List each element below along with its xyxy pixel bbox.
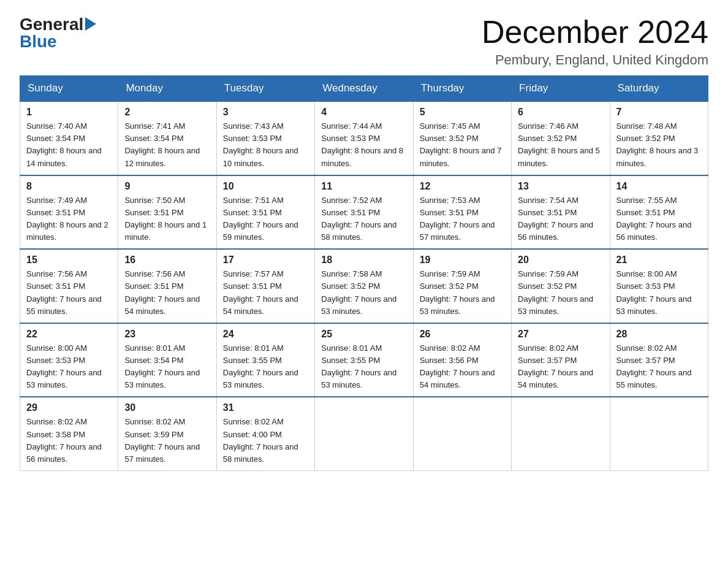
calendar-day-23: 23Sunrise: 8:01 AMSunset: 3:54 PMDayligh… [118,323,216,397]
calendar-day-8: 8Sunrise: 7:49 AMSunset: 3:51 PMDaylight… [20,175,118,250]
day-info: Sunrise: 7:55 AMSunset: 3:51 PMDaylight:… [616,194,702,244]
day-number: 24 [223,329,308,340]
calendar-day-26: 26Sunrise: 8:02 AMSunset: 3:56 PMDayligh… [413,323,511,397]
col-tuesday: Tuesday [216,76,314,102]
day-number: 1 [26,107,112,118]
calendar-day-31: 31Sunrise: 8:02 AMSunset: 4:00 PMDayligh… [216,397,314,470]
calendar-day-5: 5Sunrise: 7:45 AMSunset: 3:52 PMDaylight… [413,101,511,175]
logo-blue-text: Blue [20,32,57,52]
day-info: Sunrise: 7:57 AMSunset: 3:51 PMDaylight:… [223,268,308,318]
day-number: 31 [223,402,308,413]
calendar-empty-cell [413,397,511,470]
day-number: 6 [518,107,603,118]
day-info: Sunrise: 8:01 AMSunset: 3:55 PMDaylight:… [223,342,308,392]
day-number: 26 [420,329,505,340]
day-info: Sunrise: 7:49 AMSunset: 3:51 PMDaylight:… [26,194,112,244]
day-info: Sunrise: 7:44 AMSunset: 3:53 PMDaylight:… [321,120,406,170]
calendar-week-2: 8Sunrise: 7:49 AMSunset: 3:51 PMDaylight… [20,175,708,250]
day-number: 25 [321,329,406,340]
page-subtitle: Pembury, England, United Kingdom [482,52,708,68]
calendar-day-24: 24Sunrise: 8:01 AMSunset: 3:55 PMDayligh… [216,323,314,397]
day-number: 28 [616,329,702,340]
svg-marker-0 [85,17,96,31]
day-number: 27 [518,329,603,340]
day-info: Sunrise: 7:46 AMSunset: 3:52 PMDaylight:… [518,120,603,170]
day-number: 29 [26,402,112,413]
col-saturday: Saturday [610,76,708,102]
calendar-day-29: 29Sunrise: 8:02 AMSunset: 3:58 PMDayligh… [20,397,118,470]
calendar-day-10: 10Sunrise: 7:51 AMSunset: 3:51 PMDayligh… [216,175,314,250]
calendar-day-27: 27Sunrise: 8:02 AMSunset: 3:57 PMDayligh… [512,323,610,397]
day-info: Sunrise: 7:56 AMSunset: 3:51 PMDaylight:… [124,268,210,318]
day-info: Sunrise: 7:48 AMSunset: 3:52 PMDaylight:… [616,120,702,170]
calendar-day-1: 1Sunrise: 7:40 AMSunset: 3:54 PMDaylight… [20,101,118,175]
day-number: 30 [124,402,210,413]
calendar-day-14: 14Sunrise: 7:55 AMSunset: 3:51 PMDayligh… [610,175,708,250]
day-number: 3 [223,107,308,118]
calendar-empty-cell [512,397,610,470]
calendar-header-row: Sunday Monday Tuesday Wednesday Thursday… [20,76,708,102]
day-number: 15 [26,255,112,266]
col-thursday: Thursday [413,76,511,102]
day-number: 12 [420,181,505,192]
day-info: Sunrise: 7:43 AMSunset: 3:53 PMDaylight:… [223,120,308,170]
calendar-day-4: 4Sunrise: 7:44 AMSunset: 3:53 PMDaylight… [315,101,413,175]
calendar-week-3: 15Sunrise: 7:56 AMSunset: 3:51 PMDayligh… [20,249,708,323]
day-number: 13 [518,181,603,192]
col-wednesday: Wednesday [315,76,413,102]
day-info: Sunrise: 7:51 AMSunset: 3:51 PMDaylight:… [223,194,308,244]
calendar-day-18: 18Sunrise: 7:58 AMSunset: 3:52 PMDayligh… [315,249,413,323]
calendar-day-25: 25Sunrise: 8:01 AMSunset: 3:55 PMDayligh… [315,323,413,397]
calendar-day-13: 13Sunrise: 7:54 AMSunset: 3:51 PMDayligh… [512,175,610,250]
calendar-empty-cell [315,397,413,470]
day-number: 20 [518,255,603,266]
day-info: Sunrise: 8:00 AMSunset: 3:53 PMDaylight:… [616,268,702,318]
day-info: Sunrise: 8:02 AMSunset: 4:00 PMDaylight:… [223,416,308,465]
calendar-empty-cell [610,397,708,470]
page-title: December 2024 [482,15,708,50]
calendar-day-15: 15Sunrise: 7:56 AMSunset: 3:51 PMDayligh… [20,249,118,323]
day-info: Sunrise: 7:59 AMSunset: 3:52 PMDaylight:… [420,268,505,318]
day-info: Sunrise: 7:54 AMSunset: 3:51 PMDaylight:… [518,194,603,244]
title-block: December 2024 Pembury, England, United K… [482,15,708,68]
calendar-day-3: 3Sunrise: 7:43 AMSunset: 3:53 PMDaylight… [216,101,314,175]
calendar-week-5: 29Sunrise: 8:02 AMSunset: 3:58 PMDayligh… [20,397,708,470]
day-number: 8 [26,181,112,192]
calendar-day-9: 9Sunrise: 7:50 AMSunset: 3:51 PMDaylight… [118,175,216,250]
day-info: Sunrise: 7:59 AMSunset: 3:52 PMDaylight:… [518,268,603,318]
day-info: Sunrise: 7:58 AMSunset: 3:52 PMDaylight:… [321,268,406,318]
day-info: Sunrise: 8:02 AMSunset: 3:57 PMDaylight:… [616,342,702,392]
day-number: 23 [124,329,210,340]
day-info: Sunrise: 7:53 AMSunset: 3:51 PMDaylight:… [420,194,505,244]
day-info: Sunrise: 7:52 AMSunset: 3:51 PMDaylight:… [321,194,406,244]
day-info: Sunrise: 8:02 AMSunset: 3:57 PMDaylight:… [518,342,603,392]
day-number: 10 [223,181,308,192]
calendar-day-7: 7Sunrise: 7:48 AMSunset: 3:52 PMDaylight… [610,101,708,175]
day-number: 17 [223,255,308,266]
day-info: Sunrise: 8:01 AMSunset: 3:54 PMDaylight:… [124,342,210,392]
calendar-week-4: 22Sunrise: 8:00 AMSunset: 3:53 PMDayligh… [20,323,708,397]
day-number: 21 [616,255,702,266]
calendar-day-12: 12Sunrise: 7:53 AMSunset: 3:51 PMDayligh… [413,175,511,250]
calendar-day-28: 28Sunrise: 8:02 AMSunset: 3:57 PMDayligh… [610,323,708,397]
day-number: 11 [321,181,406,192]
calendar-week-1: 1Sunrise: 7:40 AMSunset: 3:54 PMDaylight… [20,101,708,175]
day-number: 18 [321,255,406,266]
calendar-day-19: 19Sunrise: 7:59 AMSunset: 3:52 PMDayligh… [413,249,511,323]
calendar-day-20: 20Sunrise: 7:59 AMSunset: 3:52 PMDayligh… [512,249,610,323]
calendar-day-17: 17Sunrise: 7:57 AMSunset: 3:51 PMDayligh… [216,249,314,323]
day-number: 9 [124,181,210,192]
day-number: 4 [321,107,406,118]
calendar-day-11: 11Sunrise: 7:52 AMSunset: 3:51 PMDayligh… [315,175,413,250]
day-info: Sunrise: 8:02 AMSunset: 3:59 PMDaylight:… [124,416,210,465]
day-info: Sunrise: 8:01 AMSunset: 3:55 PMDaylight:… [321,342,406,392]
day-number: 16 [124,255,210,266]
day-number: 5 [420,107,505,118]
day-info: Sunrise: 7:41 AMSunset: 3:54 PMDaylight:… [124,120,210,170]
page-header: General Blue December 2024 Pembury, Engl… [20,15,708,68]
day-number: 19 [420,255,505,266]
day-number: 22 [26,329,112,340]
col-monday: Monday [118,76,216,102]
day-number: 7 [616,107,702,118]
calendar-day-2: 2Sunrise: 7:41 AMSunset: 3:54 PMDaylight… [118,101,216,175]
